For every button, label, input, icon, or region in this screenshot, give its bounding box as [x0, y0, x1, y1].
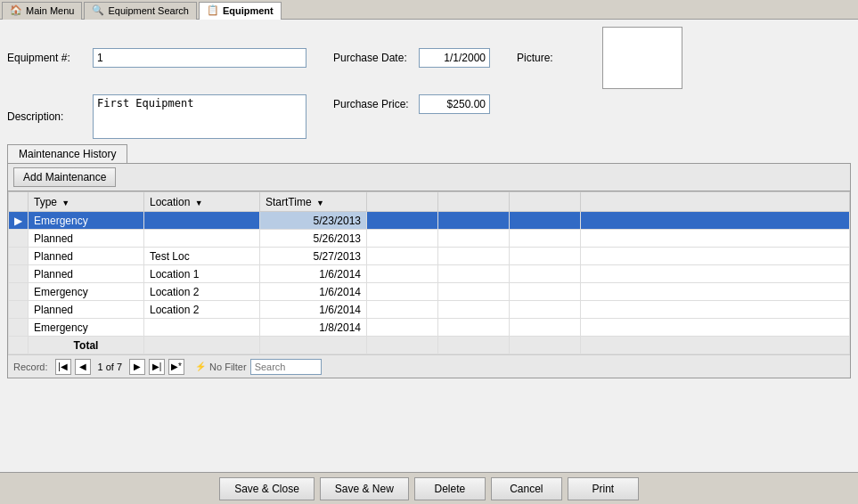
row-selector-header [9, 192, 29, 212]
cell-extra [367, 301, 438, 319]
cell-starttime: 1/6/2014 [260, 265, 367, 283]
col-header-type[interactable]: Type ▼ [29, 192, 144, 212]
maintenance-history-tab-label: Maintenance History [19, 148, 116, 160]
row-selector-cell [9, 319, 29, 337]
search-input[interactable] [250, 359, 322, 375]
nav-first-button[interactable]: |◀ [55, 359, 71, 375]
nav-new-button[interactable]: ▶* [168, 359, 184, 375]
table-row[interactable]: PlannedLocation 21/6/2014 [9, 301, 850, 319]
nav-prev-button[interactable]: ◀ [75, 359, 91, 375]
location-sort-icon: ▼ [195, 199, 203, 207]
table-row[interactable]: ▶Emergency5/23/2013 [9, 212, 850, 230]
tab-maintenance-history[interactable]: Maintenance History [7, 144, 127, 163]
col-header-starttime[interactable]: StartTime ▼ [260, 192, 367, 212]
cell-location: Location 2 [144, 301, 260, 319]
equipment-search-icon: 🔍 [92, 4, 104, 17]
cell-location [144, 212, 260, 230]
picture-label-row: Picture: [517, 27, 682, 89]
cell-starttime: 1/6/2014 [260, 283, 367, 301]
col-type-label: Type [34, 196, 57, 208]
row-selector-cell [9, 265, 29, 283]
equipment-number-input[interactable] [93, 48, 306, 68]
nav-bar: Record: |◀ ◀ 1 of 7 ▶ ▶| ▶* ⚡ No Filter [8, 354, 850, 378]
cell-extra [510, 319, 581, 337]
cell-location [144, 230, 260, 248]
total-extra-cell [144, 337, 260, 354]
type-sort-icon: ▼ [61, 199, 69, 207]
cell-location: Test Loc [144, 248, 260, 265]
cell-extra [438, 230, 510, 248]
table-row[interactable]: EmergencyLocation 21/6/2014 [9, 283, 850, 301]
col-header-extra4 [581, 192, 850, 212]
col-starttime-label: StartTime [266, 196, 312, 208]
no-filter-label: No Filter [209, 362, 247, 372]
total-extra-cell [438, 337, 510, 354]
col-location-label: Location [150, 196, 190, 208]
total-extra-cell [367, 337, 438, 354]
delete-button[interactable]: Delete [414, 477, 486, 500]
grid-container: Add Maintenance Type ▼ Location ▼ [7, 163, 851, 378]
total-extra-cell [260, 337, 367, 354]
section-tabs: Maintenance History [7, 144, 851, 163]
cell-extra [438, 301, 510, 319]
cell-location [144, 319, 260, 337]
cell-extra [581, 212, 850, 230]
nav-last-button[interactable]: ▶| [149, 359, 165, 375]
nav-next-button[interactable]: ▶ [129, 359, 145, 375]
cell-extra [438, 212, 510, 230]
cell-type: Planned [29, 265, 144, 283]
cell-extra [367, 283, 438, 301]
cell-extra [438, 248, 510, 265]
description-input[interactable]: First Equipment [93, 94, 306, 139]
equipment-number-row: Equipment #: [7, 27, 306, 89]
purchase-date-label: Purchase Date: [333, 52, 413, 64]
print-button[interactable]: Print [568, 477, 639, 500]
table-row[interactable]: PlannedLocation 11/6/2014 [9, 265, 850, 283]
cell-extra [581, 319, 850, 337]
main-menu-icon: 🏠 [10, 4, 22, 17]
description-label: Description: [7, 110, 87, 123]
save-new-button[interactable]: Save & New [320, 477, 409, 500]
grid-header-row: Type ▼ Location ▼ StartTime ▼ [9, 192, 850, 212]
filter-icon: ⚡ [195, 362, 206, 371]
cell-extra [367, 319, 438, 337]
form-area: Equipment #: Purchase Date: Picture: Des… [7, 27, 851, 144]
cell-extra [510, 230, 581, 248]
table-row[interactable]: Planned5/26/2013 [9, 230, 850, 248]
cell-extra [367, 248, 438, 265]
tab-equipment[interactable]: 📋 Equipment [199, 2, 282, 20]
tab-main-menu[interactable]: 🏠 Main Menu [2, 2, 82, 20]
col-header-extra1 [367, 192, 438, 212]
save-close-button[interactable]: Save & Close [219, 477, 315, 500]
total-extra-cell [510, 337, 581, 354]
cell-type: Emergency [29, 319, 144, 337]
total-row: Total [9, 337, 850, 354]
purchase-price-input[interactable] [419, 94, 490, 114]
cell-extra [510, 283, 581, 301]
cell-starttime: 1/6/2014 [260, 301, 367, 319]
description-row: Description: First Equipment [7, 94, 306, 139]
record-label: Record: [13, 362, 48, 372]
maintenance-grid: Type ▼ Location ▼ StartTime ▼ [8, 191, 850, 354]
add-maintenance-bar: Add Maintenance [8, 164, 850, 191]
cell-type: Planned [29, 248, 144, 265]
main-content: Equipment #: Purchase Date: Picture: Des… [0, 20, 858, 472]
cell-starttime: 1/8/2014 [260, 319, 367, 337]
add-maintenance-button[interactable]: Add Maintenance [13, 167, 116, 187]
cell-extra [367, 230, 438, 248]
picture-box [602, 27, 682, 89]
cell-extra [510, 301, 581, 319]
cancel-button[interactable]: Cancel [491, 477, 562, 500]
row-selector-cell [9, 283, 29, 301]
cell-type: Emergency [29, 212, 144, 230]
cell-extra [510, 248, 581, 265]
table-row[interactable]: PlannedTest Loc5/27/2013 [9, 248, 850, 265]
tab-equipment-search[interactable]: 🔍 Equipment Search [84, 2, 197, 20]
purchase-date-input[interactable] [419, 48, 490, 68]
picture-label: Picture: [517, 52, 597, 64]
cell-extra [581, 283, 850, 301]
table-row[interactable]: Emergency1/8/2014 [9, 319, 850, 337]
col-header-location[interactable]: Location ▼ [144, 192, 260, 212]
purchase-price-row: Purchase Price: [333, 94, 490, 114]
cell-type: Planned [29, 230, 144, 248]
